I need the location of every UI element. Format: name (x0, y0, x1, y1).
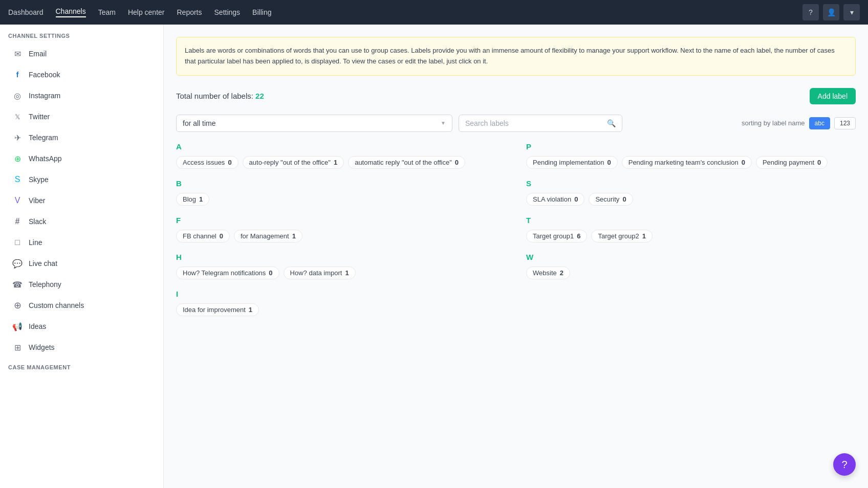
label-count: 1 (334, 159, 337, 166)
label-tag-idea-improvement[interactable]: Idea for improvement 1 (176, 303, 259, 316)
user-icon-btn[interactable]: 👤 (823, 4, 839, 20)
label-count: 0 (228, 159, 231, 166)
label-tags-s: SLA violation 0 Security 0 (526, 193, 856, 206)
sidebar-label-telephony: Telephony (29, 280, 61, 289)
sidebar-item-skype[interactable]: S Skype (4, 169, 159, 190)
filter-row: for all time ▼ 🔍 sorting by label name a… (176, 115, 856, 132)
label-tag-data-import[interactable]: How? data import 1 (284, 267, 356, 279)
telephony-icon: ☎ (12, 279, 23, 290)
label-count: 0 (742, 159, 745, 166)
label-tag-security[interactable]: Security 0 (589, 193, 633, 206)
sidebar-item-telephony[interactable]: ☎ Telephony (4, 274, 159, 295)
sidebar-item-widgets[interactable]: ⊞ Widgets (4, 337, 159, 358)
widgets-icon: ⊞ (12, 342, 23, 352)
section-letter-f: F (176, 216, 506, 225)
label-tags-w: Website 2 (526, 267, 856, 279)
sidebar-item-facebook[interactable]: f Facebook (4, 64, 159, 85)
label-section-a: A Access issues 0 auto-reply "out of the… (176, 142, 506, 169)
label-section-b: B Blog 1 (176, 179, 506, 206)
nav-settings[interactable]: Settings (214, 8, 241, 16)
skype-icon: S (12, 174, 23, 185)
label-tag-for-management[interactable]: for Management 1 (234, 230, 302, 242)
nav-reports[interactable]: Reports (177, 8, 202, 16)
label-count: 1 (292, 232, 296, 240)
labels-total-prefix: Total number of labels: (176, 92, 253, 100)
sidebar-item-ideas[interactable]: 📢 Ideas (4, 316, 159, 337)
twitter-icon: 𝕏 (12, 112, 23, 122)
sidebar-item-livechat[interactable]: 💬 Live chat (4, 253, 159, 274)
sidebar-item-custom-channels[interactable]: ⊕ Custom channels (4, 295, 159, 316)
label-count: 1 (345, 269, 349, 277)
label-count: 1 (249, 306, 252, 314)
label-tags-f: FB channel 0 for Management 1 (176, 230, 506, 242)
ideas-icon: 📢 (12, 321, 23, 331)
case-management-title: CASE MANAGEMENT (0, 358, 163, 372)
label-tag-target-group2[interactable]: Target group2 1 (591, 230, 652, 242)
label-section-h: H How? Telegram notifications 0 How? dat… (176, 253, 506, 279)
labels-grid: A Access issues 0 auto-reply "out of the… (176, 142, 856, 326)
label-tag-website[interactable]: Website 2 (526, 267, 570, 279)
info-banner: Labels are words or combinations of word… (176, 37, 856, 76)
label-tags-a: Access issues 0 auto-reply "out of the o… (176, 156, 506, 169)
chevron-down-icon: ▼ (441, 120, 446, 126)
label-tag-pending-marketing[interactable]: Pending marketing team's conclusion 0 (622, 156, 752, 169)
sidebar-item-telegram[interactable]: ✈ Telegram (4, 127, 159, 148)
label-section-i: I Idea for improvement 1 (176, 290, 506, 316)
sidebar-item-instagram[interactable]: ◎ Instagram (4, 85, 159, 106)
line-icon: □ (12, 237, 23, 248)
label-count: 0 (220, 232, 223, 240)
sidebar-label-facebook: Facebook (29, 71, 60, 79)
sidebar-item-whatsapp[interactable]: ⊕ WhatsApp (4, 148, 159, 169)
custom-channels-icon: ⊕ (12, 300, 23, 310)
label-tag-auto-reply[interactable]: auto-reply "out of the office" 1 (243, 156, 344, 169)
facebook-icon: f (12, 70, 23, 80)
label-tag-pending-payment[interactable]: Pending payment 0 (756, 156, 828, 169)
main-content: Labels are words or combinations of word… (164, 25, 868, 488)
sidebar-item-viber[interactable]: V Viber (4, 190, 159, 211)
nav-team[interactable]: Team (98, 8, 116, 16)
nav-help-center[interactable]: Help center (128, 8, 165, 16)
labels-total-count: 22 (255, 92, 264, 100)
sidebar-item-slack[interactable]: # Slack (4, 211, 159, 232)
search-box: 🔍 (459, 115, 622, 132)
label-tag-fb-channel[interactable]: FB channel 0 (176, 230, 230, 242)
help-fab-button[interactable]: ? (833, 453, 856, 476)
labels-total: Total number of labels: 22 (176, 92, 264, 100)
section-letter-p: P (526, 142, 856, 151)
sidebar-item-line[interactable]: □ Line (4, 232, 159, 253)
nav-channels[interactable]: Channels (56, 7, 86, 17)
label-tag-sla-violation[interactable]: SLA violation 0 (526, 193, 584, 206)
nav-billing[interactable]: Billing (252, 8, 271, 16)
sidebar-item-email[interactable]: ✉ Email (4, 43, 159, 64)
label-tag-target-group1[interactable]: Target group1 6 (526, 230, 587, 242)
sorting-label: sorting by label name (742, 119, 805, 127)
sort-123-button[interactable]: 123 (834, 117, 856, 129)
search-labels-input[interactable] (465, 119, 603, 127)
label-count: 0 (817, 159, 821, 166)
sidebar-label-instagram: Instagram (29, 92, 60, 100)
label-count: 0 (269, 269, 272, 277)
nav-right: ? 👤 ▾ (802, 4, 860, 20)
add-label-button[interactable]: Add label (810, 88, 856, 104)
nav-dashboard[interactable]: Dashboard (8, 8, 44, 16)
label-section-p: P Pending implementation 0 Pending marke… (526, 142, 856, 169)
help-icon-btn[interactable]: ? (802, 4, 819, 20)
sort-abc-button[interactable]: abc (809, 117, 830, 129)
label-tags-t: Target group1 6 Target group2 1 (526, 230, 856, 242)
sidebar-label-line: Line (29, 238, 42, 247)
sidebar-label-slack: Slack (29, 217, 46, 226)
label-tag-blog[interactable]: Blog 1 (176, 193, 209, 206)
sidebar-item-twitter[interactable]: 𝕏 Twitter (4, 106, 159, 127)
livechat-icon: 💬 (12, 258, 23, 269)
label-tag-telegram-notifications[interactable]: How? Telegram notifications 0 (176, 267, 279, 279)
telegram-icon: ✈ (12, 132, 23, 143)
label-count: 1 (642, 232, 646, 240)
label-count: 0 (574, 195, 578, 203)
account-icon-btn[interactable]: ▾ (843, 4, 860, 20)
label-tag-pending-implementation[interactable]: Pending implementation 0 (526, 156, 618, 169)
time-filter-dropdown[interactable]: for all time ▼ (176, 115, 452, 132)
label-tag-access-issues[interactable]: Access issues 0 (176, 156, 238, 169)
time-filter-value: for all time (183, 119, 216, 127)
viber-icon: V (12, 195, 23, 206)
label-tag-automatic-reply[interactable]: automatic reply "out of the office" 0 (348, 156, 465, 169)
